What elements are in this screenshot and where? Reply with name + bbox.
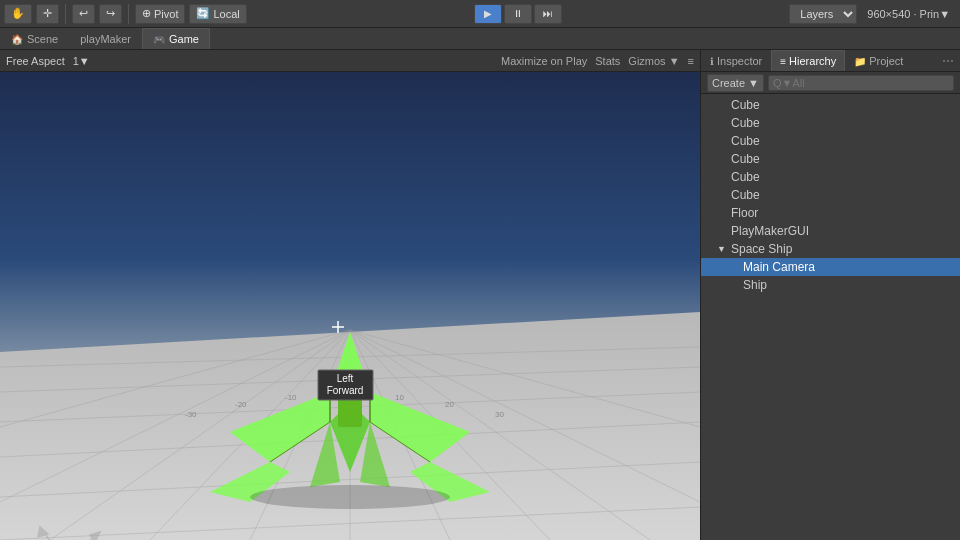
svg-text:-30: -30 (185, 410, 197, 419)
project-label: Project (869, 55, 903, 67)
side-panel: ℹ Inspector ≡ Hierarchy 📁 Project ⋯ Crea… (700, 50, 960, 540)
pivot-icon: ⊕ (142, 7, 151, 20)
play-button[interactable]: ▶ (474, 4, 502, 24)
item-label: Cube (731, 116, 760, 130)
scene-svg: -30 -20 -10 10 20 30 (0, 72, 700, 540)
svg-text:10: 10 (395, 393, 404, 402)
svg-text:Left: Left (337, 373, 354, 384)
create-button[interactable]: Create ▼ (707, 74, 764, 92)
list-item[interactable]: Cube (701, 132, 960, 150)
game-tab-label: Game (169, 33, 199, 45)
step-button[interactable]: ⏭ (534, 4, 562, 24)
viewport-right-controls: Maximize on Play Stats Gizmos ▼ ≡ (501, 55, 694, 67)
item-label: Cube (731, 170, 760, 184)
tab-inspector[interactable]: ℹ Inspector (701, 50, 771, 71)
arrow-icon: ▼ (717, 244, 727, 254)
list-item[interactable]: Floor (701, 204, 960, 222)
playmaker-tab-label: playMaker (80, 33, 131, 45)
tab-project[interactable]: 📁 Project (845, 50, 912, 71)
pivot-label: Pivot (154, 8, 178, 20)
svg-text:30: 30 (495, 410, 504, 419)
item-label: Cube (731, 188, 760, 202)
side-tabs: ℹ Inspector ≡ Hierarchy 📁 Project ⋯ (701, 50, 960, 72)
svg-text:-20: -20 (235, 400, 247, 409)
pivot-button[interactable]: ⊕ Pivot (135, 4, 185, 24)
svg-text:-10: -10 (285, 393, 297, 402)
play-controls: ▶ ⏸ ⏭ (474, 4, 562, 24)
item-label: Cube (731, 134, 760, 148)
list-item[interactable]: Cube (701, 114, 960, 132)
svg-point-38 (250, 485, 450, 509)
list-item[interactable]: Cube (701, 96, 960, 114)
hierarchy-icon: ≡ (780, 56, 786, 67)
list-item[interactable]: Cube (701, 150, 960, 168)
local-icon: 🔄 (196, 7, 210, 20)
svg-rect-31 (338, 397, 362, 427)
inspector-label: Inspector (717, 55, 762, 67)
layers-dropdown[interactable]: Layers (789, 4, 857, 24)
separator-1 (65, 4, 66, 24)
tab-scene[interactable]: 🏠 Scene (0, 28, 69, 49)
tab-hierarchy[interactable]: ≡ Hierarchy (771, 50, 845, 71)
svg-text:20: 20 (445, 400, 454, 409)
main-content: Free Aspect 1▼ Maximize on Play Stats Gi… (0, 50, 960, 540)
item-label: Floor (731, 206, 758, 220)
item-label: Cube (731, 152, 760, 166)
side-toolbar: Create ▼ (701, 72, 960, 94)
local-button[interactable]: 🔄 Local (189, 4, 246, 24)
scene-3d[interactable]: -30 -20 -10 10 20 30 (0, 72, 700, 540)
viewport-topbar: Free Aspect 1▼ Maximize on Play Stats Gi… (0, 50, 700, 72)
tooltip-group: Left Forward (318, 370, 373, 400)
list-item[interactable]: Cube (701, 168, 960, 186)
gizmos-btn[interactable]: Gizmos ▼ (628, 55, 679, 67)
scale-dropdown[interactable]: 1▼ (73, 55, 90, 67)
item-label: Cube (731, 98, 760, 112)
item-label: PlayMakerGUI (731, 224, 809, 238)
inspector-icon: ℹ (710, 56, 714, 67)
item-label: Ship (743, 278, 767, 292)
tab-playmaker[interactable]: playMaker (69, 28, 142, 49)
free-aspect-dropdown[interactable]: Free Aspect (6, 55, 65, 67)
svg-text:Forward: Forward (327, 385, 364, 396)
scene-tab-icon: 🏠 (11, 34, 23, 45)
project-icon: 📁 (854, 56, 866, 67)
tab-bar: 🏠 Scene playMaker 🎮 Game (0, 28, 960, 50)
undo-button[interactable]: ↩ (72, 4, 95, 24)
move-tool-button[interactable]: ✛ (36, 4, 59, 24)
separator-2 (128, 4, 129, 24)
tab-game[interactable]: 🎮 Game (142, 28, 210, 49)
list-item[interactable]: Cube (701, 186, 960, 204)
game-tab-icon: 🎮 (153, 34, 165, 45)
pause-button[interactable]: ⏸ (504, 4, 532, 24)
redo-button[interactable]: ↪ (99, 4, 122, 24)
hierarchy-list: Cube Cube Cube Cube Cube Cube (701, 94, 960, 540)
local-label: Local (213, 8, 239, 20)
item-label: Main Camera (743, 260, 815, 274)
list-item[interactable]: PlayMakerGUI (701, 222, 960, 240)
side-tab-overflow[interactable]: ⋯ (936, 50, 960, 71)
maximize-btn[interactable]: Maximize on Play (501, 55, 587, 67)
list-item-maincamera[interactable]: Main Camera (701, 258, 960, 276)
hand-tool-button[interactable]: ✋ (4, 4, 32, 24)
resolution-label: 960×540 · Prin▼ (861, 8, 956, 20)
list-item-spaceship[interactable]: ▼ Space Ship (701, 240, 960, 258)
overflow-btn[interactable]: ≡ (688, 55, 694, 67)
hierarchy-label: Hierarchy (789, 55, 836, 67)
hierarchy-search[interactable] (768, 75, 954, 91)
stats-btn[interactable]: Stats (595, 55, 620, 67)
viewport-area: Free Aspect 1▼ Maximize on Play Stats Gi… (0, 50, 700, 540)
item-label: Space Ship (731, 242, 792, 256)
list-item-ship[interactable]: Ship (701, 276, 960, 294)
top-toolbar: ✋ ✛ ↩ ↪ ⊕ Pivot 🔄 Local ▶ ⏸ ⏭ Layers 960… (0, 0, 960, 28)
scene-tab-label: Scene (27, 33, 58, 45)
